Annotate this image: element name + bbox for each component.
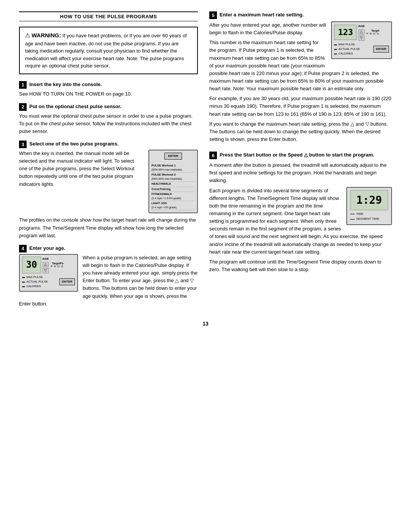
step-1-num: 1: [19, 81, 27, 89]
time-display: 1:29 TIME SEGMENT TIME: [346, 187, 392, 225]
step-6-body1: A moment after the button is pressed, th…: [209, 161, 392, 184]
time-row-2: SEGMENT TIME: [350, 217, 388, 221]
menu-item-1: PULSE Workout 1(65%-85% max heartrate): [151, 163, 195, 173]
step-4-title: Enter your age.: [29, 245, 65, 252]
enter-button-display: ENTER: [164, 153, 182, 160]
step-1-header: 1 Insert the key into the console.: [19, 81, 198, 89]
step-4-num: 4: [19, 245, 27, 252]
step-3-title: Select one of the two pulse programs.: [29, 141, 119, 147]
age-up-arrow: △: [43, 262, 49, 267]
step-6-body: A moment after the button is pressed, th…: [209, 161, 392, 276]
right-column: 5 Enter a maximum heart rate setting. 12…: [209, 11, 392, 313]
step-6-header: 6 Press the Start button or the Speed △ …: [209, 152, 392, 159]
step-2-text: You must wear the optional chest pulse s…: [19, 113, 193, 134]
age-number: 30: [22, 257, 41, 273]
age-number-5: 123: [334, 25, 357, 40]
age-row-indicators: ▬ MAX PULSE ▬ ACTUAL PULSE ▬ CALORIES EN…: [22, 275, 75, 288]
age-down-arrow: ▽: [43, 268, 49, 273]
step-5-body4: If you want to change the maximum heart …: [209, 120, 392, 143]
time-screen: 1:29: [350, 190, 388, 210]
menu-item-5: FITNESSWALK(2-4 mph / 1.5-6% grade): [151, 192, 195, 201]
step-4: 4 Enter your age. 30 AGE △: [19, 245, 198, 308]
age-enter-btn: ENTER: [59, 278, 75, 285]
page: HOW TO USE THE PULSE PROGRAMS ⚠WARNING: …: [0, 0, 411, 532]
age-display-5: 123 AGE △ ▽ Target: [331, 21, 392, 59]
warning-box: ⚠WARNING: If you have heart problems, or…: [19, 27, 198, 74]
age-label: AGE: [42, 257, 49, 261]
age-top-row-5: 123 AGE △ ▽ Target: [334, 24, 389, 41]
age-row-indicators-5: ▬ MAX PULSE ▬ ACTUAL PULSE ▬ CALORIES EN…: [334, 42, 389, 56]
prog-label-5: P R O G: [366, 32, 379, 35]
time-labels: TIME SEGMENT TIME: [350, 212, 388, 222]
age-display: 30 AGE △ ▽ TargetPu: [19, 254, 78, 292]
age-up-arrow-5: △: [358, 29, 365, 35]
age-enter-btn-5: ENTER: [373, 46, 389, 53]
step-5-body3: For example, if you are 30 years old, yo…: [209, 95, 392, 118]
left-column: HOW TO USE THE PULSE PROGRAMS ⚠WARNING: …: [19, 11, 198, 313]
age-arrows: △ ▽: [43, 262, 49, 273]
step-2-body: You must wear the optional chest pulse s…: [19, 112, 198, 135]
age-top-row: 30 AGE △ ▽ TargetPu: [22, 257, 75, 273]
step-1-body: See HOW TO TURN ON THE POWER on page 10.: [19, 90, 198, 98]
age-label-5: AGE: [358, 24, 365, 29]
time-label-1: TIME: [356, 212, 363, 216]
warning-title: WARNING:: [32, 32, 61, 38]
time-dash-1: [350, 214, 355, 214]
age-arrows-5: △ ▽: [358, 29, 365, 41]
step-2-title: Put on the optional chest pulse sensor.: [29, 103, 121, 110]
menu-item-6: LIGHT JOG(2-4 mph / 0% grade): [151, 201, 195, 210]
step-4-body: 30 AGE △ ▽ TargetPu: [19, 254, 198, 308]
step-2-header: 2 Put on the optional chest pulse sensor…: [19, 103, 198, 111]
step-6: 6 Press the Start button or the Speed △ …: [209, 152, 392, 276]
step-1-text: See HOW TO TURN ON THE POWER on page 10.: [19, 91, 132, 97]
target-label: TargetPu: [51, 262, 63, 265]
step-2-num: 2: [19, 103, 27, 111]
step-5-display: 123 AGE △ ▽ Target: [331, 21, 392, 59]
step-4-header: 4 Enter your age.: [19, 245, 198, 252]
warning-icon: ⚠: [25, 32, 30, 38]
step-3-num: 3: [19, 141, 27, 148]
prog-label: P R O G: [51, 265, 63, 268]
step-6-title: Press the Start button or the Speed △ bu…: [220, 152, 374, 158]
page-number: 13: [19, 321, 392, 327]
step-3: 3 Select one of the two pulse programs. …: [19, 141, 198, 240]
step-6-num: 6: [209, 152, 217, 159]
step-3-text: When the key is inserted, the manual mod…: [19, 150, 143, 188]
step-3-body2: The profiles on the console show how the…: [19, 216, 198, 239]
step-1: 1 Insert the key into the console. See H…: [19, 81, 198, 98]
step-5-title: Enter a maximum heart rate setting.: [220, 11, 304, 18]
step-3-body: When the key is inserted, the manual mod…: [19, 150, 198, 240]
time-label-2: SEGMENT TIME: [356, 217, 379, 221]
step-5: 5 Enter a maximum heart rate setting. 12…: [209, 11, 392, 145]
section-header: HOW TO USE THE PULSE PROGRAMS: [19, 11, 198, 21]
step-3-content: When the key is inserted, the manual mod…: [19, 150, 198, 213]
target-label-5: Target: [366, 29, 379, 32]
step-3-header: 3 Select one of the two pulse programs.: [19, 141, 198, 148]
time-dash-2: [350, 219, 355, 220]
age-indicators-5: ▬ MAX PULSE ▬ ACTUAL PULSE ▬ CALORIES: [334, 42, 360, 56]
age-indicators: ▬ MAX PULSE ▬ ACTUAL PULSE ▬ CALORIES: [22, 275, 48, 288]
step-3-body1: When the key is inserted, the manual mod…: [19, 150, 134, 187]
time-row-1: TIME: [350, 212, 388, 216]
step-2: 2 Put on the optional chest pulse sensor…: [19, 103, 198, 135]
age-down-arrow-5: ▽: [358, 35, 365, 41]
step-5-body: 123 AGE △ ▽ Target: [209, 21, 392, 145]
console-illustration-3: ENTER PULSE Workout 1(65%-85% max heartr…: [148, 150, 198, 213]
menu-item-4: CrossTraining: [151, 187, 195, 192]
step-6-body3: The program will continue until the Time…: [209, 258, 392, 273]
step-5-header: 5 Enter a maximum heart rate setting.: [209, 11, 392, 19]
menu-item-2: PULSE Workout 2(65%-80% max heartrate): [151, 173, 195, 182]
step-6-display: 1:29 TIME SEGMENT TIME: [346, 187, 392, 225]
menu-item-3: HEALTHWALK: [151, 182, 195, 187]
step-5-num: 5: [209, 11, 217, 19]
step-1-title: Insert the key into the console.: [29, 81, 102, 88]
